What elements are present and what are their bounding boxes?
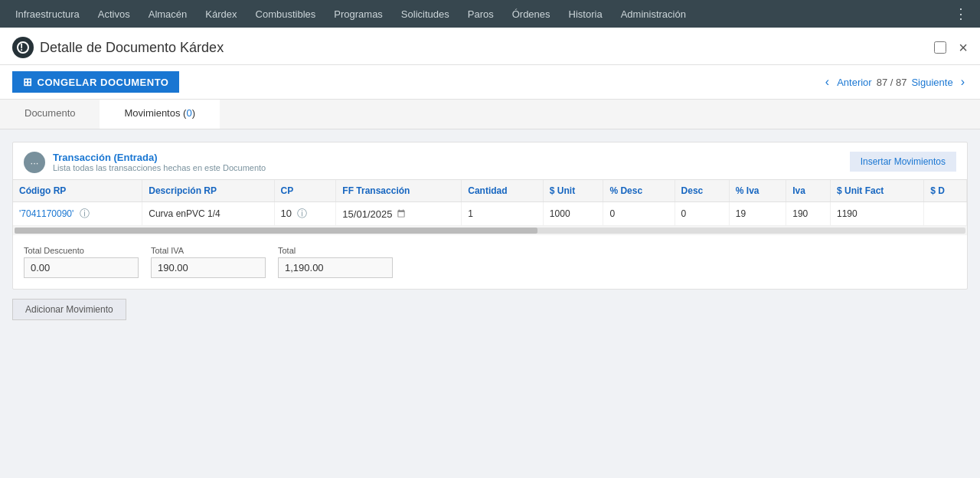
pagination-count: 87 / 87 [877, 77, 907, 88]
prev-label[interactable]: Anterior [837, 77, 872, 88]
table-row: '7041170090' ⓘ Curva enPVC 1/4 10 ⓘ 15/0… [13, 202, 967, 226]
prev-button[interactable]: ‹ [822, 75, 832, 89]
cell-desc: 0 [675, 202, 729, 226]
total-descuento-input[interactable] [24, 257, 139, 278]
cell-cp: 10 ⓘ [274, 202, 336, 226]
total-descuento-field: Total Descuento [24, 246, 139, 278]
transaction-card: ··· Transacción (Entrada) Lista todas la… [12, 142, 968, 290]
transaction-title: Transacción (Entrada) [53, 152, 266, 163]
col-codigo-rp: Código RP [13, 180, 142, 202]
freeze-document-button[interactable]: ⊞ CONGELAR DOCUMENTO [12, 71, 179, 93]
col-unit: $ Unit [543, 180, 603, 202]
transaction-subtitle: Lista todas las transacciones hechas en … [53, 163, 266, 172]
scrollbar-track [15, 228, 965, 234]
total-field: Total [278, 246, 393, 278]
add-movement-button[interactable]: Adicionar Movimiento [12, 299, 126, 320]
nav-item-administracion[interactable]: Administración [612, 0, 695, 28]
cp-info-icon[interactable]: ⓘ [297, 208, 307, 219]
total-input[interactable] [278, 257, 393, 278]
col-iva: Iva [786, 180, 831, 202]
movements-table: Código RP Descripción RP CP FF Transacci… [13, 180, 967, 226]
content-area: ··· Transacción (Entrada) Lista todas la… [0, 129, 980, 478]
movements-table-wrapper: Código RP Descripción RP CP FF Transacci… [13, 179, 967, 235]
date-picker[interactable] [395, 208, 407, 221]
transaction-header: ··· Transacción (Entrada) Lista todas la… [13, 142, 967, 179]
tab-movimientos[interactable]: Movimientos (0) [100, 100, 220, 129]
cell-unit: 1000 [543, 202, 603, 226]
nav-items: Infraestructura Activos Almacén Kárdex C… [6, 0, 948, 28]
total-descuento-label: Total Descuento [24, 246, 139, 255]
nav-item-almacen[interactable]: Almacén [139, 0, 197, 28]
col-desc: Desc [675, 180, 729, 202]
movimientos-badge: 0 [186, 107, 191, 119]
total-iva-field: Total IVA [151, 246, 266, 278]
nav-item-combustibles[interactable]: Combustibles [247, 0, 325, 28]
cell-unit-fact: 1190 [831, 202, 924, 226]
nav-item-paros[interactable]: Paros [459, 0, 503, 28]
nav-item-kardex[interactable]: Kárdex [196, 0, 246, 28]
toolbar: ⊞ CONGELAR DOCUMENTO ‹ Anterior 87 / 87 … [0, 65, 980, 100]
cell-codigo: '7041170090' ⓘ [13, 202, 142, 226]
total-label: Total [278, 246, 393, 255]
tab-bar: Documento Movimientos (0) [0, 100, 980, 129]
cell-cantidad: 1 [462, 202, 544, 226]
codigo-value[interactable]: '7041170090' [19, 208, 74, 219]
more-options-icon[interactable]: ⋮ [948, 5, 974, 22]
totals-row: Total Descuento Total IVA Total [13, 235, 967, 289]
main-panel: ! Detalle de Documento Kárdex × ⊞ CONGEL… [0, 28, 980, 478]
tab-documento[interactable]: Documento [0, 100, 100, 129]
cell-descripcion: Curva enPVC 1/4 [142, 202, 274, 226]
cell-pct-desc: 0 [603, 202, 675, 226]
info-icon[interactable]: ⓘ [80, 208, 90, 219]
scrollbar-thumb [15, 228, 537, 234]
nav-item-infraestructura[interactable]: Infraestructura [6, 0, 89, 28]
cell-ff: 15/01/2025 [336, 202, 462, 226]
col-unit-fact: $ Unit Fact [831, 180, 924, 202]
cell-iva: 190 [786, 202, 831, 226]
panel-title: Detalle de Documento Kárdex [40, 40, 928, 56]
nav-item-activos[interactable]: Activos [89, 0, 139, 28]
insert-movements-button[interactable]: Insertar Movimientos [850, 152, 956, 172]
panel-header: ! Detalle de Documento Kárdex × [0, 28, 980, 65]
nav-item-historia[interactable]: Historia [560, 0, 612, 28]
close-button[interactable]: × [959, 39, 968, 57]
cell-d [924, 202, 967, 226]
col-d: $ D [924, 180, 967, 202]
pagination: ‹ Anterior 87 / 87 Siguiente › [822, 75, 968, 89]
horizontal-scrollbar[interactable] [13, 226, 967, 235]
chat-icon: ··· [24, 152, 45, 173]
table-header-row: Código RP Descripción RP CP FF Transacci… [13, 180, 967, 202]
col-ff-transaccion: FF Transacción [336, 180, 462, 202]
panel-checkbox[interactable] [934, 41, 946, 54]
nav-item-programas[interactable]: Programas [325, 0, 392, 28]
cell-pct-iva: 19 [729, 202, 786, 226]
col-descripcion-rp: Descripción RP [142, 180, 274, 202]
col-pct-iva: % Iva [729, 180, 786, 202]
col-pct-desc: % Desc [603, 180, 675, 202]
freeze-label: CONGELAR DOCUMENTO [38, 77, 169, 88]
next-button[interactable]: › [958, 75, 968, 89]
transaction-info: ··· Transacción (Entrada) Lista todas la… [24, 152, 266, 173]
top-navigation: Infraestructura Activos Almacén Kárdex C… [0, 0, 980, 28]
col-cp: CP [274, 180, 336, 202]
freeze-icon: ⊞ [23, 76, 33, 88]
total-iva-label: Total IVA [151, 246, 266, 255]
panel-icon: ! [12, 37, 34, 58]
next-label[interactable]: Siguiente [911, 77, 952, 88]
col-cantidad: Cantidad [462, 180, 544, 202]
total-iva-input[interactable] [151, 257, 266, 278]
transaction-text: Transacción (Entrada) Lista todas las tr… [53, 152, 266, 172]
nav-item-ordenes[interactable]: Órdenes [503, 0, 560, 28]
svg-text:!: ! [20, 41, 23, 53]
nav-item-solicitudes[interactable]: Solicitudes [392, 0, 459, 28]
